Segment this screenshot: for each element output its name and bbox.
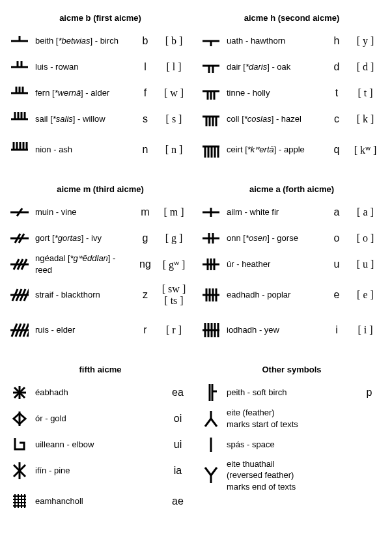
ipa: [ y ] — [349, 35, 382, 47]
row-nion: nion - ash n [ n ] — [10, 132, 190, 167]
row-peith: peith - soft birch p — [202, 380, 382, 406]
translit: u — [328, 258, 345, 270]
row-iodhadh: iodhadh - yew i [ i ] — [202, 313, 382, 348]
desc: uilleann - elbow — [33, 439, 161, 451]
glyph-nion — [10, 141, 29, 159]
glyph-ruis — [10, 321, 29, 339]
desc: coll [*coslas] - hazel — [224, 113, 324, 125]
ipa: [ i ] — [349, 324, 382, 336]
section-fifth-aicme: fifth aicme éabhadh ea ór - gold oi uill… — [10, 362, 190, 519]
glyph-ur — [202, 257, 220, 272]
desc: eite thuathail (reversed feather) marks … — [224, 458, 353, 493]
translit: p — [357, 387, 382, 398]
ipa: [ w ] — [158, 87, 190, 99]
glyph-eite-thuathail — [202, 466, 220, 484]
glyph-onn — [202, 231, 220, 245]
ipa: [ k ] — [349, 113, 382, 125]
row-straif: straif - blackthorn z [ sw ][ ts ] — [10, 277, 190, 313]
translit: ea — [165, 387, 190, 398]
glyph-beith — [10, 35, 29, 48]
translit: ae — [165, 495, 190, 507]
desc: éabhadh — [33, 387, 161, 398]
translit: ia — [165, 465, 190, 477]
desc: uath - hawthorn — [224, 35, 324, 47]
row-luis: luis - rowan l [ l ] — [10, 54, 190, 80]
glyph-spas — [202, 436, 220, 454]
translit: g — [137, 232, 154, 244]
ipa: [ sw ][ ts ] — [158, 283, 190, 307]
row-or: ór - gold oi — [10, 406, 190, 432]
section-title: aicme b (first aicme) — [10, 13, 190, 23]
section-aicme-b: aicme b (first aicme) beith [*betwias] -… — [10, 10, 190, 167]
row-dair: dair [*daris] - oak d [ d ] — [202, 54, 382, 80]
row-uath: uath - hawthorn h [ y ] — [202, 28, 382, 54]
desc: ruis - elder — [33, 324, 133, 336]
section-aicme-a: aicme a (forth aicme) ailm - white fir a… — [202, 182, 382, 348]
translit: ui — [165, 439, 190, 451]
translit: r — [137, 324, 154, 336]
translit: e — [328, 289, 345, 301]
glyph-uath — [202, 35, 220, 48]
desc: eite (feather) marks start of texts — [224, 407, 353, 430]
translit: a — [328, 206, 345, 218]
glyph-tinne — [202, 85, 220, 101]
desc: fern [*wernā] - alder — [33, 87, 133, 99]
section-title: aicme h (second aicme) — [202, 13, 382, 23]
glyph-gort — [10, 231, 29, 245]
desc: sail [*salis] - willow — [33, 113, 133, 125]
desc: ifín - pine — [33, 465, 161, 477]
glyph-ifin — [10, 461, 29, 481]
row-gort: gort [*gortas] - ivy g [ g ] — [10, 225, 190, 251]
ipa: [ m ] — [158, 206, 190, 218]
translit: l — [137, 61, 154, 73]
glyph-uilleann — [10, 436, 29, 453]
glyph-eabhadh — [10, 384, 29, 401]
translit: n — [137, 144, 154, 156]
translit: oi — [165, 413, 190, 425]
section-title: Other symbols — [202, 365, 382, 374]
glyph-or — [10, 410, 29, 427]
glyph-ngeadal — [10, 257, 29, 272]
ipa: [ a ] — [349, 206, 382, 218]
desc: onn [*osen] - gorse — [224, 232, 324, 244]
desc: muin - vine — [33, 206, 133, 218]
translit: t — [328, 87, 345, 99]
desc: tinne - holly — [224, 87, 324, 99]
ipa: [ l ] — [158, 61, 190, 73]
row-ur: úr - heather u [ u ] — [202, 251, 382, 277]
desc: eadhadh - poplar — [224, 289, 324, 301]
glyph-eite — [202, 410, 220, 428]
glyph-muin — [10, 206, 29, 219]
desc: gort [*gortas] - ivy — [33, 232, 133, 244]
row-muin: muin - vine m [ m ] — [10, 199, 190, 225]
translit: f — [137, 87, 154, 99]
glyph-ailm — [202, 206, 220, 219]
row-eamhancholl: eamhancholl ae — [10, 484, 190, 519]
row-ngeadal: ngéadal [*gʷēddlan] - reed ng [ gʷ ] — [10, 251, 190, 277]
ipa: [ g ] — [158, 232, 190, 244]
desc: spás - space — [224, 439, 353, 451]
section-title: fifth aicme — [10, 365, 190, 374]
translit: o — [328, 232, 345, 244]
glyph-iodhadh — [202, 321, 220, 339]
desc: eamhancholl — [33, 495, 161, 507]
row-ceirt: ceirt [*kʷertā] - apple q [ kʷ ] — [202, 132, 382, 167]
translit: ng — [137, 258, 154, 270]
ipa: [ kʷ ] — [349, 144, 382, 156]
translit: d — [328, 61, 345, 73]
row-beith: beith [*betwias] - birch b [ b ] — [10, 28, 190, 54]
glyph-dair — [202, 60, 220, 74]
section-title: aicme m (third aicme) — [10, 184, 190, 194]
translit: h — [328, 35, 345, 47]
ipa: [ gʷ ] — [158, 258, 190, 271]
desc: peith - soft birch — [224, 387, 353, 398]
section-other-symbols: Other symbols peith - soft birch p eite … — [202, 362, 382, 519]
translit: q — [328, 144, 345, 156]
row-eadhadh: eadhadh - poplar e [ e ] — [202, 277, 382, 313]
section-title: aicme a (forth aicme) — [202, 184, 382, 194]
desc: úr - heather — [224, 258, 324, 270]
svg-line-105 — [205, 467, 211, 475]
glyph-sail — [10, 111, 29, 128]
section-aicme-m: aicme m (third aicme) muin - vine m [ m … — [10, 182, 190, 348]
svg-line-102 — [211, 419, 217, 426]
